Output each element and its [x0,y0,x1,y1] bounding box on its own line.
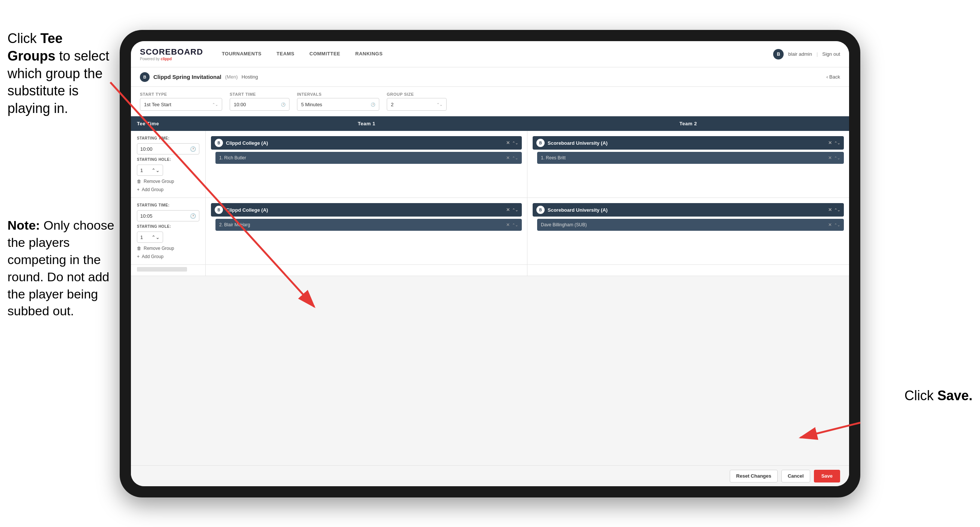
group-2-team1-left: B Clippd College (A) [215,206,268,214]
nav-teams[interactable]: TEAMS [269,41,302,67]
group-1-hole-arrow: ⌃⌄ [151,167,160,173]
tablet-screen: SCOREBOARD Powered by clippd TOURNAMENTS… [131,41,849,486]
group-1-player1-remove[interactable]: ✕ [506,155,510,161]
group-1-team1-entry[interactable]: B Clippd College (A) ✕ ⌃⌄ [211,136,522,150]
remove-group-2-label: Remove Group [144,246,174,251]
group-1-starting-time-label: STARTING TIME: [137,136,199,140]
group-2-time-value: 10:05 [140,213,153,219]
group-2-team2-sub-up[interactable]: ⌃⌄ [834,223,840,227]
group-2-team1-remove[interactable]: ✕ [506,207,510,212]
intervals-value: 5 Minutes [301,102,322,107]
group-2-team1-entry[interactable]: B Clippd College (A) ✕ ⌃⌄ [211,203,522,217]
group-2-team1-up[interactable]: ⌃⌄ [512,208,518,212]
remove-group-1-button[interactable]: 🗑 Remove Group [137,179,199,184]
start-type-label: Start Type [140,92,222,97]
group-2-starting-time-label: STARTING TIME: [137,203,199,207]
intervals-field: Intervals 5 Minutes 🕐 [297,92,379,111]
intervals-label: Intervals [297,92,379,97]
remove-group-2-button[interactable]: 🗑 Remove Group [137,246,199,251]
group-1-team2-player-1-controls: ✕ ⌃⌄ [828,155,840,161]
note-label: Note: [8,218,43,232]
group-1-team2-controls: ✕ ⌃⌄ [828,140,840,145]
group-1-team1-remove[interactable]: ✕ [506,140,510,145]
group-2-team2-entry[interactable]: B Scoreboard University (A) ✕ ⌃⌄ [533,203,844,217]
group-1-team1-badge: B [215,139,223,147]
group-1-team1-player-1[interactable]: 1. Rich Butler ✕ ⌃⌄ [215,152,522,164]
breadcrumb-bar: B Clippd Spring Invitational (Men) Hosti… [131,67,849,87]
start-type-arrow: ⌃⌄ [212,102,218,107]
back-link[interactable]: ‹ Back [826,74,840,80]
click-save-instruction: Click Save. [904,388,972,404]
logo-clippd: clippd [161,57,172,61]
breadcrumb-title: Clippd Spring Invitational [153,74,221,80]
group-1-team1-left: B Clippd College (A) [215,139,268,147]
group-1-hole-input[interactable]: 1 ⌃⌄ [137,165,163,176]
group-2-starting-hole-label: STARTING HOLE: [137,224,199,229]
partial-placeholder [137,267,187,272]
group-2-team2-name: Scoreboard University (A) [547,207,608,213]
reset-changes-button[interactable]: Reset Changes [730,470,778,482]
group-1-team1-name: Clippd College (A) [226,140,268,146]
group-2-team2-player-sub[interactable]: Dave Billingham (SUB) ✕ ⌃⌄ [537,219,844,231]
save-button[interactable]: Save [814,470,840,482]
instruction-text-1: Click [8,31,40,46]
group-2-team2-sub-remove[interactable]: ✕ [828,222,832,228]
sign-out-link[interactable]: Sign out [822,51,840,57]
group-2-time-input[interactable]: 10:05 🕐 [137,210,199,221]
partial-team2 [527,265,849,275]
start-time-clock-icon: 🕐 [281,102,285,107]
group-1-team2-up[interactable]: ⌃⌄ [834,141,840,145]
user-icon: B [773,49,784,59]
logo-powered: Powered by clippd [140,57,203,61]
group-2-team2-up[interactable]: ⌃⌄ [834,208,840,212]
start-type-value: 1st Tee Start [144,102,171,107]
add-group2-icon: + [137,254,140,259]
user-name: blair admin [788,51,812,57]
group-2-team1-controls: ✕ ⌃⌄ [506,207,518,212]
group-2-team2-player-sub-name: Dave Billingham (SUB) [541,222,587,228]
start-type-input[interactable]: 1st Tee Start ⌃⌄ [140,98,222,111]
nav-committee[interactable]: COMMITTEE [302,41,348,67]
nav-tournaments[interactable]: TOURNAMENTS [214,41,269,67]
group-2-hole-value: 1 [140,234,143,240]
group-1-team2-player-1[interactable]: 1. Rees Britt ✕ ⌃⌄ [537,152,844,164]
logo-scoreboard: SCOREBOARD [140,47,203,57]
table-header: Tee Time Team 1 Team 2 [131,116,849,131]
group-row-partial [131,265,849,276]
cancel-button[interactable]: Cancel [781,470,810,482]
header-team2: Team 2 [527,116,849,131]
group-2-team1-player-1[interactable]: 2. Blair McHarg ✕ ⌃⌄ [215,219,522,231]
group-1-left-cell: STARTING TIME: 10:00 🕐 STARTING HOLE: 1 … [131,131,206,197]
remove-group-1-label: Remove Group [144,179,174,184]
group-1-team2-remove[interactable]: ✕ [828,140,832,145]
add-group-2-button[interactable]: + Add Group [137,254,199,259]
group-1-team2-cell: B Scoreboard University (A) ✕ ⌃⌄ 1. Rees… [527,131,849,197]
start-time-label: Start Time [230,92,290,97]
group-1-team2-player1-up[interactable]: ⌃⌄ [834,156,840,160]
start-config: Start Type 1st Tee Start ⌃⌄ Start Time 1… [131,87,849,116]
nav-rankings[interactable]: RANKINGS [348,41,390,67]
group-1-team2-entry[interactable]: B Scoreboard University (A) ✕ ⌃⌄ [533,136,844,150]
remove-group2-icon: 🗑 [137,246,142,251]
group-1-team1-player-1-controls: ✕ ⌃⌄ [506,155,518,161]
breadcrumb-gender: (Men) [225,74,238,80]
group-2-team2-player-sub-controls: ✕ ⌃⌄ [828,222,840,228]
group-1-team2-player1-remove[interactable]: ✕ [828,155,832,161]
intervals-clock-icon: 🕐 [371,102,375,107]
group-2-player1-remove[interactable]: ✕ [506,222,510,228]
group-1-time-clock: 🕐 [190,146,196,152]
partial-team1 [206,265,527,275]
group-1-team1-up[interactable]: ⌃⌄ [512,141,518,145]
group-size-label: Group Size [387,92,447,97]
group-1-time-input[interactable]: 10:00 🕐 [137,143,199,154]
group-2-team2-remove[interactable]: ✕ [828,207,832,212]
add-group-1-label: Add Group [142,187,164,192]
group-size-input[interactable]: 2 ⌃⌄ [387,98,447,111]
add-group-1-button[interactable]: + Add Group [137,187,199,192]
group-2-player1-up[interactable]: ⌃⌄ [512,223,518,227]
group-2-hole-input[interactable]: 1 ⌃⌄ [137,231,163,243]
group-2-hole-arrow: ⌃⌄ [151,234,160,240]
group-1-player1-up[interactable]: ⌃⌄ [512,156,518,160]
start-time-input[interactable]: 10:00 🕐 [230,98,290,111]
intervals-input[interactable]: 5 Minutes 🕐 [297,98,379,111]
